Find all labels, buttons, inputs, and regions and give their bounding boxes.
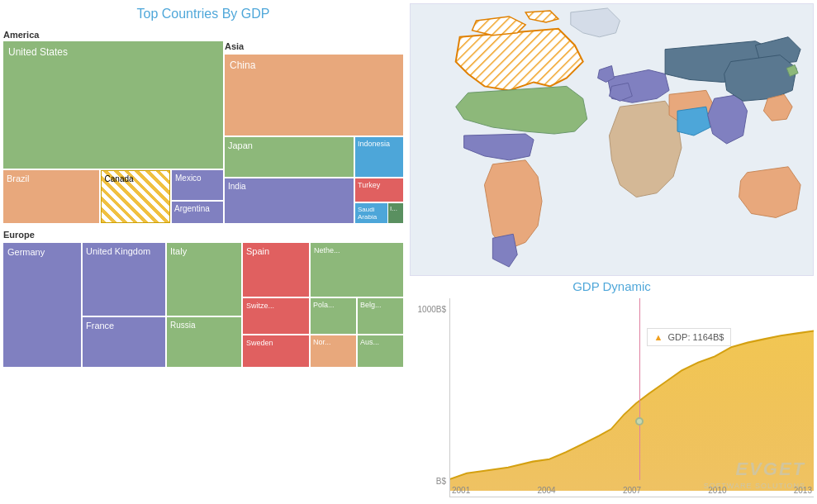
gdp-dynamic-title: GDP Dynamic [410,279,814,293]
germany-cell[interactable]: Germany [3,243,81,367]
saudi-cell[interactable]: Saudi Arabia [355,203,387,223]
chart-title: Top Countries By GDP [3,7,403,21]
canada-cell[interactable]: Canada [101,170,170,223]
america-label: America [3,30,403,40]
belg-cell[interactable]: Belg... [358,298,403,334]
x-label-2004: 2004 [537,486,555,495]
india-cell[interactable]: India [225,178,354,223]
x-label-2001: 2001 [452,486,470,495]
indonesia-cell[interactable]: Indonesia [355,137,403,177]
us-label: United States [8,46,68,58]
mexico-cell[interactable]: Mexico [172,170,223,200]
sweden-cell[interactable]: Sweden [243,335,309,367]
neth-cell[interactable]: Nethe... [311,243,403,297]
y-label-1000: 1000B$ [418,305,446,314]
pola-cell[interactable]: Pola... [311,298,356,334]
y-label-b: B$ [436,477,446,486]
world-map-svg [411,4,813,275]
russia-cell[interactable]: Russia [167,317,241,367]
left-panel: Top Countries By GDP America United Stat… [0,0,406,504]
switz-cell[interactable]: Switze... [243,298,309,334]
australia-map[interactable] [739,167,801,218]
argentina-cell[interactable]: Argentina [172,202,223,223]
europe-label: Europe [3,230,403,240]
gdp-dynamic-section: GDP Dynamic 1000B$ B$ [410,276,814,501]
chart-area[interactable]: ▲ GDP: 1164B$ 2001 2004 2007 2010 2013 E… [449,298,814,497]
pink-vertical-line [639,298,641,480]
italy-cell[interactable]: Italy [167,243,241,316]
main-container: Top Countries By GDP America United Stat… [0,0,817,504]
right-panel: GDP Dynamic 1000B$ B$ [406,0,817,504]
france-cell[interactable]: France [83,317,165,367]
uk-cell[interactable]: United Kingdom [83,243,165,316]
us-cell[interactable]: United States [3,41,223,169]
treemap-wrapper: America United States Brazil Canada Mexi… [3,26,403,501]
aus-cell[interactable]: Aus... [358,335,403,367]
iran-cell[interactable]: I... [388,203,403,223]
map-container[interactable] [410,3,814,276]
asia-label: Asia [225,41,403,51]
spain-cell[interactable]: Spain [243,243,309,297]
china-cell[interactable]: China [225,55,403,136]
watermark-sub: SOFTWARE SOLUTIONS [704,482,805,490]
brazil-cell[interactable]: Brazil [3,170,99,223]
x-label-2007: 2007 [623,486,641,495]
watermark-text: EVGET [735,459,805,480]
nor-cell[interactable]: Nor... [311,335,356,367]
turkey-cell[interactable]: Turkey [355,178,403,202]
japan-cell[interactable]: Japan [225,137,354,177]
chart-dot [635,417,644,426]
